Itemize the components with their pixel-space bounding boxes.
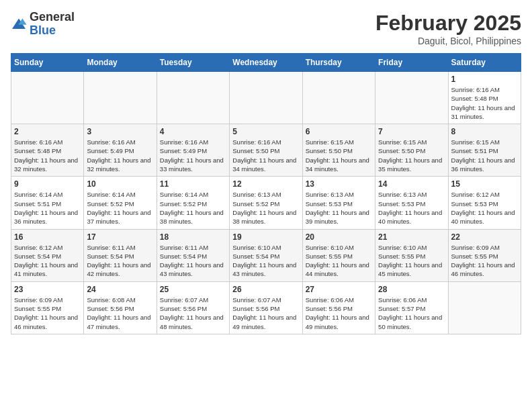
day-info: Sunrise: 6:16 AM Sunset: 5:48 PM Dayligh…	[14, 138, 81, 173]
calendar-cell: 10Sunrise: 6:14 AM Sunset: 5:52 PM Dayli…	[84, 177, 157, 229]
day-info: Sunrise: 6:15 AM Sunset: 5:50 PM Dayligh…	[378, 138, 445, 173]
day-header-wednesday: Wednesday	[230, 54, 302, 72]
calendar-cell: 8Sunrise: 6:15 AM Sunset: 5:51 PM Daylig…	[448, 124, 521, 177]
calendar-cell: 17Sunrise: 6:11 AM Sunset: 5:54 PM Dayli…	[84, 229, 157, 281]
calendar-cell	[448, 281, 521, 334]
day-info: Sunrise: 6:10 AM Sunset: 5:55 PM Dayligh…	[378, 243, 445, 279]
day-info: Sunrise: 6:13 AM Sunset: 5:53 PM Dayligh…	[306, 190, 372, 226]
day-number: 23	[14, 285, 81, 294]
calendar-cell: 12Sunrise: 6:13 AM Sunset: 5:52 PM Dayli…	[230, 177, 302, 229]
calendar-cell: 14Sunrise: 6:13 AM Sunset: 5:53 PM Dayli…	[375, 177, 448, 229]
calendar-cell: 20Sunrise: 6:10 AM Sunset: 5:55 PM Dayli…	[302, 229, 375, 281]
day-info: Sunrise: 6:11 AM Sunset: 5:54 PM Dayligh…	[160, 243, 226, 279]
calendar-cell: 1Sunrise: 6:16 AM Sunset: 5:48 PM Daylig…	[448, 72, 521, 124]
month-year: February 2025	[375, 11, 521, 36]
day-number: 13	[306, 179, 372, 189]
day-header-tuesday: Tuesday	[157, 54, 229, 72]
day-number: 4	[160, 127, 226, 136]
day-number: 18	[160, 232, 226, 242]
calendar-cell: 15Sunrise: 6:12 AM Sunset: 5:53 PM Dayli…	[448, 177, 521, 229]
calendar-cell: 4Sunrise: 6:16 AM Sunset: 5:49 PM Daylig…	[157, 124, 229, 177]
day-header-sunday: Sunday	[11, 54, 84, 72]
day-info: Sunrise: 6:13 AM Sunset: 5:52 PM Dayligh…	[232, 190, 299, 226]
day-info: Sunrise: 6:12 AM Sunset: 5:53 PM Dayligh…	[451, 190, 518, 226]
calendar-cell: 13Sunrise: 6:13 AM Sunset: 5:53 PM Dayli…	[302, 177, 375, 229]
calendar-cell: 28Sunrise: 6:06 AM Sunset: 5:57 PM Dayli…	[375, 281, 448, 334]
day-info: Sunrise: 6:09 AM Sunset: 5:55 PM Dayligh…	[14, 295, 81, 331]
logo: General Blue	[11, 11, 75, 38]
day-info: Sunrise: 6:14 AM Sunset: 5:51 PM Dayligh…	[14, 190, 81, 226]
day-info: Sunrise: 6:10 AM Sunset: 5:54 PM Dayligh…	[232, 243, 299, 279]
day-info: Sunrise: 6:09 AM Sunset: 5:55 PM Dayligh…	[451, 243, 518, 279]
day-info: Sunrise: 6:12 AM Sunset: 5:54 PM Dayligh…	[14, 243, 81, 279]
day-info: Sunrise: 6:08 AM Sunset: 5:56 PM Dayligh…	[87, 295, 153, 331]
day-info: Sunrise: 6:13 AM Sunset: 5:53 PM Dayligh…	[378, 190, 445, 226]
day-info: Sunrise: 6:14 AM Sunset: 5:52 PM Dayligh…	[87, 190, 153, 226]
day-number: 28	[378, 285, 445, 294]
calendar-cell: 2Sunrise: 6:16 AM Sunset: 5:48 PM Daylig…	[11, 124, 84, 177]
calendar-week-row: 1Sunrise: 6:16 AM Sunset: 5:48 PM Daylig…	[11, 72, 521, 124]
day-number: 7	[378, 127, 445, 136]
day-number: 2	[14, 127, 81, 136]
calendar-cell: 11Sunrise: 6:14 AM Sunset: 5:52 PM Dayli…	[157, 177, 229, 229]
day-number: 19	[232, 232, 299, 242]
day-info: Sunrise: 6:07 AM Sunset: 5:56 PM Dayligh…	[232, 295, 299, 331]
calendar-cell: 22Sunrise: 6:09 AM Sunset: 5:55 PM Dayli…	[448, 229, 521, 281]
calendar-cell	[84, 72, 157, 124]
day-number: 5	[232, 127, 299, 136]
day-number: 25	[160, 285, 226, 294]
calendar-cell: 25Sunrise: 6:07 AM Sunset: 5:56 PM Dayli…	[157, 281, 229, 334]
day-number: 14	[378, 179, 445, 189]
calendar-cell: 24Sunrise: 6:08 AM Sunset: 5:56 PM Dayli…	[84, 281, 157, 334]
calendar-cell: 7Sunrise: 6:15 AM Sunset: 5:50 PM Daylig…	[375, 124, 448, 177]
day-number: 24	[87, 285, 153, 294]
calendar-week-row: 2Sunrise: 6:16 AM Sunset: 5:48 PM Daylig…	[11, 124, 521, 177]
day-number: 10	[87, 179, 153, 189]
day-info: Sunrise: 6:16 AM Sunset: 5:50 PM Dayligh…	[232, 138, 299, 173]
calendar-cell: 19Sunrise: 6:10 AM Sunset: 5:54 PM Dayli…	[230, 229, 302, 281]
calendar-cell	[11, 72, 84, 124]
calendar-cell: 16Sunrise: 6:12 AM Sunset: 5:54 PM Dayli…	[11, 229, 84, 281]
calendar-cell: 21Sunrise: 6:10 AM Sunset: 5:55 PM Dayli…	[375, 229, 448, 281]
page-header: General Blue February 2025 Daguit, Bicol…	[11, 11, 521, 46]
day-info: Sunrise: 6:16 AM Sunset: 5:48 PM Dayligh…	[451, 85, 518, 121]
day-info: Sunrise: 6:10 AM Sunset: 5:55 PM Dayligh…	[306, 243, 372, 279]
logo-general: General	[30, 11, 75, 24]
day-header-monday: Monday	[84, 54, 157, 72]
day-number: 20	[306, 232, 372, 242]
day-number: 21	[378, 232, 445, 242]
day-info: Sunrise: 6:16 AM Sunset: 5:49 PM Dayligh…	[160, 138, 226, 173]
logo-icon	[11, 17, 27, 31]
day-number: 9	[14, 179, 81, 189]
calendar-cell: 18Sunrise: 6:11 AM Sunset: 5:54 PM Dayli…	[157, 229, 229, 281]
calendar-cell: 6Sunrise: 6:15 AM Sunset: 5:50 PM Daylig…	[302, 124, 375, 177]
calendar-cell	[302, 72, 375, 124]
calendar-cell: 26Sunrise: 6:07 AM Sunset: 5:56 PM Dayli…	[230, 281, 302, 334]
day-number: 16	[14, 232, 81, 242]
calendar-cell: 9Sunrise: 6:14 AM Sunset: 5:51 PM Daylig…	[11, 177, 84, 229]
day-number: 1	[451, 75, 518, 84]
calendar-cell: 5Sunrise: 6:16 AM Sunset: 5:50 PM Daylig…	[230, 124, 302, 177]
day-info: Sunrise: 6:11 AM Sunset: 5:54 PM Dayligh…	[87, 243, 153, 279]
day-number: 27	[306, 285, 372, 294]
calendar-cell	[157, 72, 229, 124]
day-info: Sunrise: 6:14 AM Sunset: 5:52 PM Dayligh…	[160, 190, 226, 226]
day-number: 26	[232, 285, 299, 294]
day-header-thursday: Thursday	[302, 54, 375, 72]
day-header-friday: Friday	[375, 54, 448, 72]
day-number: 17	[87, 232, 153, 242]
day-number: 15	[451, 179, 518, 189]
title-block: February 2025 Daguit, Bicol, Philippines	[375, 11, 521, 46]
day-info: Sunrise: 6:06 AM Sunset: 5:56 PM Dayligh…	[306, 295, 372, 331]
calendar-week-row: 9Sunrise: 6:14 AM Sunset: 5:51 PM Daylig…	[11, 177, 521, 229]
calendar-cell	[375, 72, 448, 124]
day-info: Sunrise: 6:15 AM Sunset: 5:51 PM Dayligh…	[451, 138, 518, 173]
day-header-saturday: Saturday	[448, 54, 521, 72]
calendar-table: SundayMondayTuesdayWednesdayThursdayFrid…	[11, 53, 521, 334]
logo-blue: Blue	[30, 24, 75, 38]
day-number: 11	[160, 179, 226, 189]
calendar-week-row: 16Sunrise: 6:12 AM Sunset: 5:54 PM Dayli…	[11, 229, 521, 281]
day-number: 12	[232, 179, 299, 189]
calendar-cell	[230, 72, 302, 124]
calendar-cell: 23Sunrise: 6:09 AM Sunset: 5:55 PM Dayli…	[11, 281, 84, 334]
